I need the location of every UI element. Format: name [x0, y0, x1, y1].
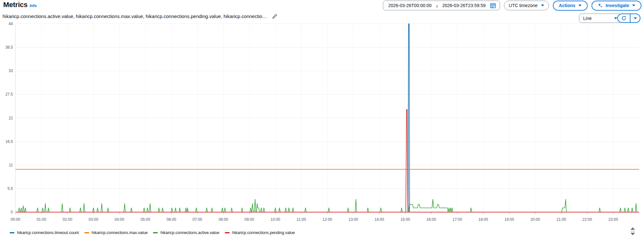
legend-item-max-value[interactable]: hikaricp.connections.max.value — [84, 230, 148, 235]
x-axis-tick-label: 14:00 — [374, 217, 384, 222]
x-axis-tick-label: 20:00 — [530, 217, 540, 222]
info-link[interactable]: Info — [30, 4, 37, 8]
actions-button-label: Actions — [559, 3, 575, 8]
date-range-end[interactable]: 2026-03-26T23:59:59 — [442, 3, 486, 8]
chart-plot-area[interactable]: 4438.53327.52216.5115.5000:0001:0002:000… — [0, 16, 644, 224]
timezone-select-label: UTC timezone — [509, 3, 537, 8]
x-axis-tick-label: 12:00 — [323, 217, 332, 222]
y-axis-tick-label: 22 — [9, 116, 13, 120]
x-axis-tick-label: 19:00 — [504, 217, 514, 222]
y-axis-tick-label: 33 — [9, 69, 13, 73]
calendar-icon[interactable] — [490, 3, 496, 8]
legend-item-active-value[interactable]: hikaricp.connections.active.value — [153, 230, 219, 235]
y-axis-tick-label: 11 — [9, 163, 13, 167]
date-range-picker[interactable]: 2026-03-26T00:00:00 › 2026-03-26T23:59:5… — [383, 1, 500, 10]
x-axis-tick-label: 02:00 — [62, 217, 72, 222]
x-axis-tick-label: 10:00 — [270, 217, 280, 222]
investigate-button-label: Investigate — [606, 3, 629, 8]
x-axis-tick-label: 17:00 — [452, 217, 462, 222]
x-axis-tick-label: 08:00 — [219, 217, 228, 222]
legend-label: hikaricp.connections.pending.value — [232, 230, 295, 235]
y-axis-tick-label: 5.5 — [7, 186, 13, 191]
x-axis-tick-label: 01:00 — [37, 217, 46, 222]
x-axis-tick-label: 07:00 — [193, 217, 202, 222]
x-axis-tick-label: 22:00 — [582, 217, 592, 222]
y-axis-tick-label: 0 — [11, 210, 13, 214]
timezone-select[interactable]: UTC timezone — [504, 1, 549, 10]
y-axis-tick-label: 44 — [9, 22, 13, 26]
legend-item-pending-value[interactable]: hikaricp.connections.pending.value — [225, 230, 295, 235]
chevron-down-icon — [578, 5, 582, 6]
scroll-bar — [630, 231, 635, 232]
x-axis-tick-label: 06:00 — [166, 217, 176, 222]
x-axis-tick-label: 13:00 — [348, 217, 358, 222]
x-axis-tick-label: 16:00 — [426, 217, 436, 222]
x-axis-tick-label: 00:00 — [11, 217, 20, 222]
x-axis-tick-label: 18:00 — [478, 217, 488, 222]
page-title: Metrics — [3, 1, 28, 9]
y-axis-tick-label: 27.5 — [5, 92, 13, 97]
top-bar: Metrics Info 2026-03-26T00:00:00 › 2026-… — [0, 0, 644, 11]
legend-color-dash — [153, 232, 158, 233]
legend-color-dash — [84, 232, 89, 233]
metrics-chart[interactable]: 4438.53327.52216.5115.5000:0001:0002:000… — [0, 16, 644, 224]
legend-label: hikaricp.connections.max.value — [92, 230, 148, 235]
date-range-start[interactable]: 2026-03-26T00:00:00 — [388, 3, 432, 8]
x-axis-tick-label: 09:00 — [244, 217, 254, 222]
x-axis-tick-label: 15:00 — [401, 217, 410, 222]
y-axis-tick-label: 16.5 — [5, 139, 13, 144]
legend-scrollbar[interactable] — [629, 227, 636, 235]
y-axis-tick-label: 38.5 — [5, 45, 13, 50]
legend-label: hikaricp.connections.active.value — [160, 230, 219, 235]
chevron-down-icon — [632, 5, 635, 6]
x-axis-tick-label: 21:00 — [556, 217, 566, 222]
scroll-down-icon[interactable] — [630, 233, 635, 235]
chart-legend: hikaricp.connections.timeout.count hikar… — [10, 230, 295, 235]
legend-color-dash — [10, 232, 14, 233]
x-axis-tick-label: 23:00 — [608, 217, 618, 222]
scroll-up-icon[interactable] — [630, 227, 635, 230]
legend-item-timeout-count[interactable]: hikaricp.connections.timeout.count — [10, 230, 79, 235]
x-axis-tick-label: 04:00 — [115, 217, 124, 222]
x-axis-tick-label: 03:00 — [89, 217, 98, 222]
x-axis-tick-label: 11:00 — [297, 217, 306, 222]
actions-button[interactable]: Actions — [553, 1, 588, 11]
investigate-button[interactable]: Investigate — [592, 1, 641, 11]
investigate-sparkle-icon — [598, 3, 603, 8]
legend-color-dash — [225, 232, 230, 233]
date-range-chevron-icon: › — [436, 2, 438, 9]
x-axis-tick-label: 05:00 — [141, 217, 150, 222]
top-bar-controls: 2026-03-26T00:00:00 › 2026-03-26T23:59:5… — [383, 1, 641, 10]
chevron-down-icon — [541, 5, 544, 6]
legend-label: hikaricp.connections.timeout.count — [17, 230, 79, 235]
